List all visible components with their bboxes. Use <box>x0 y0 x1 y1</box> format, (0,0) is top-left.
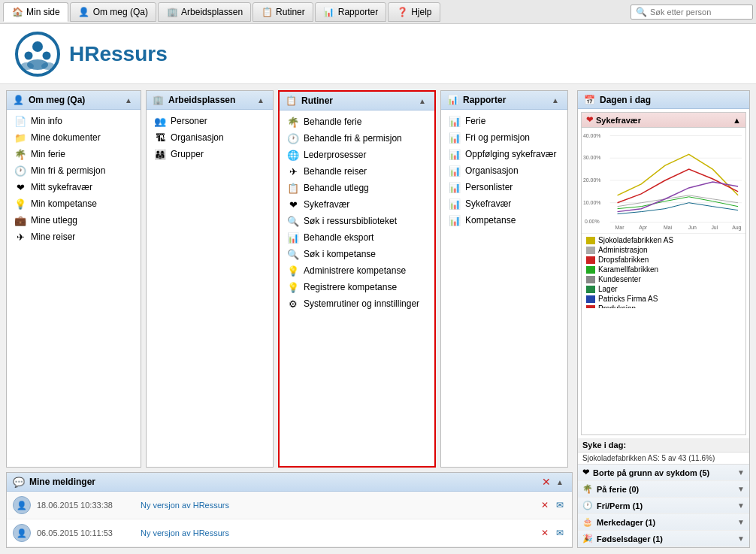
legend-label-4: Kundesenter <box>598 275 641 283</box>
stat-row-title-4: 🎉 Fødselsdager (1) <box>582 534 663 543</box>
svg-text:20.00%: 20.00% <box>583 177 600 183</box>
logo-svg <box>20 36 56 72</box>
om-meg-item-6[interactable]: 💼Mine utlegg <box>8 212 139 229</box>
om-meg-item-1[interactable]: 📁Mine dokumenter <box>8 129 139 146</box>
stat-row-3[interactable]: 🎂 Merkedager (1) ▼ <box>578 514 749 531</box>
rapporter-item-3[interactable]: 📊Organisasjon <box>443 162 566 179</box>
rutiner-item-label-7: Behandle eksport <box>304 232 373 243</box>
stat-row-icon-2: 🕐 <box>582 501 593 510</box>
rapporter-content: 📊Ferie📊Fri og permisjon📊Oppfølging sykef… <box>441 110 567 467</box>
om-meg-header: 👤 Om meg (Qa) ▲ <box>7 91 141 110</box>
syke-i-dag-value: Sjokoladefabrikken AS: 5 av 43 (11.6%) <box>578 453 749 465</box>
svg-point-0 <box>32 41 43 52</box>
stat-row-4[interactable]: 🎉 Fødselsdager (1) ▼ <box>578 531 749 547</box>
om-meg-item-3[interactable]: 🕐Min fri & permisjon <box>8 162 139 179</box>
legend-item-3: Karamellfabrikken <box>585 265 742 274</box>
rutiner-item-7[interactable]: 📊Behandle eksport <box>281 229 433 246</box>
messages-collapse[interactable]: ▲ <box>554 476 566 488</box>
rapporter-item-6[interactable]: 📊Kompetanse <box>443 212 566 229</box>
rapporter-item-label-6: Kompetanse <box>465 215 516 226</box>
rapporter-item-4[interactable]: 📊Personlister <box>443 179 566 195</box>
rutiner-item-1[interactable]: 🕐Behandle fri & permisjon <box>281 130 433 147</box>
rutiner-item-label-3: Behandle reiser <box>304 166 367 177</box>
rapporter-item-1[interactable]: 📊Fri og permisjon <box>443 129 566 146</box>
arbeidsplassen-collapse[interactable]: ▲ <box>255 94 267 106</box>
rutiner-item-8[interactable]: 🔍Søk i kompetanse <box>281 246 433 262</box>
rapporter-item-icon-5: 📊 <box>449 198 461 210</box>
om-meg-item-icon-5: 💡 <box>14 198 26 210</box>
rapporter-actions: ▲ <box>549 94 561 106</box>
arbeidsplassen-item-2[interactable]: 👨‍👩‍👧Grupper <box>148 146 271 162</box>
rutiner-item-6[interactable]: 🔍Søk i ressursbiblioteket <box>281 213 433 229</box>
arbeidsplassen-item-1[interactable]: 🏗Organisasjon <box>148 129 271 146</box>
tab-rutiner[interactable]: 📋 Rutiner <box>253 2 313 22</box>
building-icon: 🏢 <box>166 6 178 18</box>
message-email-1[interactable]: ✉ <box>554 527 566 539</box>
rutiner-item-2[interactable]: 🌐Lederprosesser <box>281 147 433 163</box>
om-meg-item-0[interactable]: 📄Min info <box>8 113 139 129</box>
search-input[interactable] <box>650 8 748 17</box>
message-delete-1[interactable]: ✕ <box>539 527 551 539</box>
om-meg-item-label-5: Min kompetanse <box>31 198 97 209</box>
rapporter-item-0[interactable]: 📊Ferie <box>443 113 566 129</box>
legend-color-7 <box>586 305 595 309</box>
stat-row-2[interactable]: 🕐 Fri/Perm (1) ▼ <box>578 498 749 514</box>
tab-arbeidsplassen[interactable]: 🏢 Arbeidsplassen <box>158 2 251 22</box>
message-avatar-1: 👤 <box>13 524 31 542</box>
tab-rutiner-label: Rutiner <box>276 7 305 17</box>
arbeidsplassen-content: 👥Personer🏗Organisasjon👨‍👩‍👧Grupper <box>147 110 273 467</box>
person-icon: 👤 <box>78 6 90 18</box>
message-text-0[interactable]: Ny versjon av HRessurs <box>141 501 533 510</box>
arbeidsplassen-item-0[interactable]: 👥Personer <box>148 113 271 129</box>
om-meg-item-5[interactable]: 💡Min kompetanse <box>8 195 139 212</box>
stat-row-0[interactable]: ❤ Borte på grunn av sykdom (5) ▼ <box>578 465 749 481</box>
om-meg-item-label-6: Mine utlegg <box>31 215 77 226</box>
tab-rapporter[interactable]: 📊 Rapporter <box>315 2 386 22</box>
om-meg-item-4[interactable]: ❤Mitt sykefravær <box>8 179 139 195</box>
rutiner-collapse[interactable]: ▲ <box>416 95 428 107</box>
message-delete-0[interactable]: ✕ <box>539 499 551 511</box>
tab-min-side[interactable]: 🏠 Min side <box>3 2 68 22</box>
message-text-1[interactable]: Ny versjon av HRessurs <box>141 528 533 537</box>
rutiner-item-9[interactable]: 💡Administrere kompetanse <box>281 262 433 279</box>
messages-header: 💬 Mine meldinger ✕ ▲ <box>7 473 572 492</box>
messages-icon: 💬 <box>13 477 25 488</box>
rutiner-item-icon-2: 🌐 <box>287 149 299 161</box>
arbeidsplassen-item-label-0: Personer <box>171 116 207 126</box>
om-meg-item-icon-0: 📄 <box>14 115 26 127</box>
rutiner-item-icon-1: 🕐 <box>287 132 299 144</box>
sykefravær-collapse[interactable]: ▲ <box>733 116 741 125</box>
rutiner-item-label-4: Behandle utlegg <box>304 183 369 193</box>
tab-hjelp[interactable]: ❓ Hjelp <box>388 2 440 22</box>
om-meg-collapse[interactable]: ▲ <box>122 94 135 106</box>
rutiner-item-4[interactable]: 📋Behandle utlegg <box>281 180 433 196</box>
stat-row-1[interactable]: 🌴 På ferie (0) ▼ <box>578 481 749 498</box>
arbeidsplassen-item-icon-0: 👥 <box>154 115 166 127</box>
rutiner-item-icon-3: ✈ <box>287 165 299 177</box>
main-content: 👤 Om meg (Qa) ▲ 📄Min info📁Mine dokumente… <box>0 84 756 554</box>
dagen-icon: 📅 <box>584 95 595 105</box>
om-meg-item-7[interactable]: ✈Mine reiser <box>8 229 139 245</box>
message-email-0[interactable]: ✉ <box>554 499 566 511</box>
messages-header-actions: ✕ ▲ <box>542 476 566 488</box>
rutiner-item-label-8: Søk i kompetanse <box>304 249 376 259</box>
logo-h: H <box>69 42 84 65</box>
messages-close-btn[interactable]: ✕ <box>542 476 551 488</box>
svg-text:Mai: Mai <box>664 225 673 230</box>
rutiner-item-10[interactable]: 💡Registrere kompetanse <box>281 279 433 295</box>
rutiner-item-0[interactable]: 🌴Behandle ferie <box>281 114 433 130</box>
rutiner-item-11[interactable]: ⚙Systemrutiner og innstillinger <box>281 295 433 312</box>
rutiner-title: 📋 Rutiner <box>286 95 333 106</box>
arbeidsplassen-icon: 🏢 <box>153 95 164 105</box>
home-icon: 🏠 <box>11 6 23 18</box>
rapporter-item-5[interactable]: 📊Sykefravær <box>443 195 566 212</box>
om-meg-item-icon-4: ❤ <box>14 181 26 193</box>
om-meg-item-2[interactable]: 🌴Min ferie <box>8 146 139 162</box>
tab-om-meg[interactable]: 👤 Om meg (Qa) <box>70 2 156 22</box>
rapporter-panel: 📊 Rapporter ▲ 📊Ferie📊Fri og permisjon📊Op… <box>440 90 568 468</box>
rapporter-item-2[interactable]: 📊Oppfølging sykefravær <box>443 146 566 162</box>
message-time-1: 06.05.2015 10:11:53 <box>37 528 135 537</box>
rutiner-item-5[interactable]: ❤Sykefravær <box>281 196 433 213</box>
rapporter-collapse[interactable]: ▲ <box>549 94 561 106</box>
rutiner-item-3[interactable]: ✈Behandle reiser <box>281 163 433 180</box>
